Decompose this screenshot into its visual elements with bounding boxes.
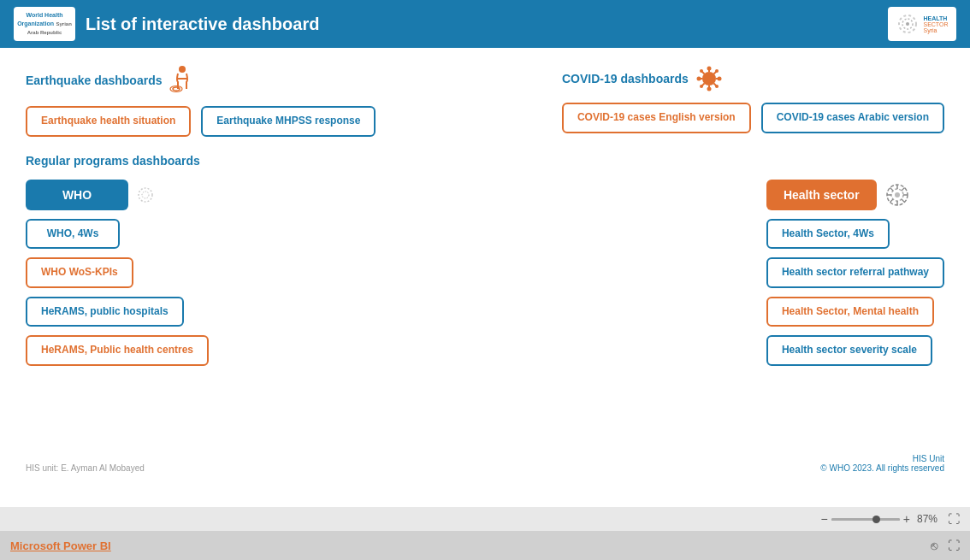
who-col: WHO WHO, 4Ws WHO WoS-KPIs HeRAMS, public… <box>26 180 209 366</box>
earthquake-group: Earthquake dashboards Earthquake health … <box>26 65 376 137</box>
who-logo-text: World Health Organization Syrian Arab Re… <box>17 11 72 37</box>
who-small-icon <box>135 185 156 205</box>
footer-bar: − + 87% ⛶ <box>0 507 970 531</box>
health-sector-icon <box>884 181 911 209</box>
who-header: WHO <box>26 180 156 210</box>
health-sector-col: Health sector <box>766 180 944 366</box>
herams-public-health-centres-btn[interactable]: HeRAMS, Public health centres <box>26 335 209 366</box>
zoom-minus[interactable]: − <box>821 512 828 526</box>
earthquake-health-situation-btn[interactable]: Earthquake health situation <box>26 106 191 137</box>
zoom-level: 87% <box>917 513 937 525</box>
svg-line-20 <box>713 72 716 74</box>
health-sector-4ws-btn[interactable]: Health Sector, 4Ws <box>766 219 890 250</box>
fit-page-icon[interactable]: ⛶ <box>948 512 960 526</box>
covid-english-btn[interactable]: COVID-19 cases English version <box>562 103 751 133</box>
zoom-plus[interactable]: + <box>903 512 910 526</box>
svg-point-23 <box>139 188 152 202</box>
who-4ws-btn[interactable]: WHO, 4Ws <box>26 219 120 250</box>
svg-line-35 <box>890 199 893 203</box>
covid-buttons: COVID-19 cases English version COVID-19 … <box>562 103 944 133</box>
herams-public-hospitals-btn[interactable]: HeRAMS, public hospitals <box>26 297 184 327</box>
main-container: World Health Organization Syrian Arab Re… <box>0 0 970 560</box>
zoom-slider-track[interactable] <box>831 518 900 521</box>
powerbi-link[interactable]: Microsoft Power BI <box>10 539 111 552</box>
regular-content: WHO WHO, 4Ws WHO WoS-KPIs HeRAMS, public… <box>26 180 944 366</box>
covid-arabic-btn[interactable]: COVID-19 cases Arabic version <box>761 103 944 133</box>
svg-line-22 <box>713 84 716 86</box>
earthquake-mhpss-btn[interactable]: Earthquake MHPSS response <box>201 106 376 137</box>
svg-point-3 <box>179 66 186 73</box>
footer-credit-left: HIS unit: E. Ayman Al Mobayed <box>26 463 145 473</box>
hs-logo-text: HEALTH SECTOR Syria <box>923 15 948 33</box>
content-area: Earthquake dashboards Earthquake health … <box>0 48 970 507</box>
zoom-handle[interactable] <box>872 516 880 523</box>
svg-line-34 <box>902 187 905 191</box>
earthquake-buttons: Earthquake health situation Earthquake M… <box>26 106 376 137</box>
earthquake-group-header: Earthquake dashboards <box>26 65 376 96</box>
who-main-btn[interactable]: WHO <box>26 180 128 210</box>
svg-line-21 <box>701 84 704 86</box>
who-logo: World Health Organization Syrian Arab Re… <box>14 7 75 41</box>
covid-group-header: COVID-19 dashboards <box>562 65 944 92</box>
svg-line-19 <box>701 72 704 74</box>
health-sector-mental-btn[interactable]: Health Sector, Mental health <box>766 297 934 327</box>
bottom-right-icons: ⎋ ⛶ <box>931 539 960 552</box>
page-title: List of interactive dashboard <box>86 15 319 34</box>
svg-line-32 <box>890 187 893 191</box>
regular-programs-title: Regular programs dashboards <box>26 154 944 168</box>
header: World Health Organization Syrian Arab Re… <box>0 0 970 48</box>
health-sector-logo: HEALTH SECTOR Syria <box>888 7 956 41</box>
health-sector-header: Health sector <box>766 180 911 210</box>
covid-group: COVID-19 dashboards <box>562 65 944 137</box>
svg-line-33 <box>902 199 905 203</box>
fullscreen-icon[interactable]: ⛶ <box>948 539 960 552</box>
health-sector-main-btn[interactable]: Health sector <box>766 180 877 210</box>
footer-credit-right: HIS Unit © WHO 2023. All rights reserved <box>820 454 944 473</box>
who-wos-kpis-btn[interactable]: WHO WoS-KPIs <box>26 257 133 288</box>
earthquake-group-title: Earthquake dashboards <box>26 74 163 87</box>
zoom-controls: − + 87% <box>821 512 937 526</box>
health-sector-referral-btn[interactable]: Health sector referral pathway <box>766 257 944 288</box>
covid-icon <box>695 65 723 92</box>
svg-point-2 <box>906 22 909 26</box>
earthquake-icon <box>169 65 195 96</box>
spinner-icon <box>896 12 920 36</box>
svg-point-24 <box>142 192 149 198</box>
regular-programs-section: Regular programs dashboards WHO WHO, 4Ws… <box>26 154 944 366</box>
svg-point-27 <box>895 192 900 197</box>
covid-group-title: COVID-19 dashboards <box>562 72 689 85</box>
health-sector-severity-btn[interactable]: Health sector severity scale <box>766 335 932 366</box>
share-icon[interactable]: ⎋ <box>931 539 937 552</box>
header-right: HEALTH SECTOR Syria <box>888 7 956 41</box>
top-row: Earthquake dashboards Earthquake health … <box>26 65 944 137</box>
bottom-bar: Microsoft Power BI ⎋ ⛶ <box>0 531 970 560</box>
